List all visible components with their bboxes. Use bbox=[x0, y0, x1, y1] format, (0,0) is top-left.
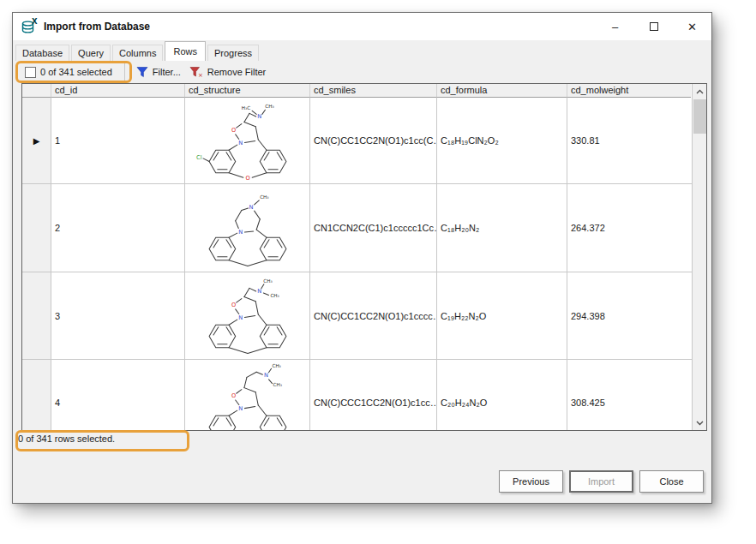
import-from-database-dialog: X Import from Database – ✕ Database Quer… bbox=[12, 12, 712, 504]
table-row: 2 N N CH₃ C bbox=[22, 184, 706, 272]
grid-header: cd_id cd_structure cd_smiles cd_formula … bbox=[22, 84, 706, 98]
close-button[interactable]: Close bbox=[639, 470, 704, 493]
cd-molweight-value: 330.81 bbox=[567, 135, 600, 146]
svg-text:H₃C: H₃C bbox=[241, 105, 249, 111]
cell-cd-molweight[interactable]: 264.372 bbox=[567, 184, 691, 272]
svg-text:O: O bbox=[231, 392, 236, 398]
tab-columns[interactable]: Columns bbox=[112, 45, 163, 61]
cd-molweight-value: 294.398 bbox=[567, 311, 605, 321]
cd-formula-value: C₁₈H₂₀N₂ bbox=[437, 223, 479, 233]
tab-label: Columns bbox=[119, 48, 156, 58]
rows-toolbar: 0 of 341 selected Filter... × Remove Fil… bbox=[13, 61, 711, 83]
cd-smiles-value: CN(C)CC1CC2N(O1)c1cc(C… bbox=[310, 135, 437, 146]
maximize-button[interactable] bbox=[634, 13, 673, 40]
svg-text:N: N bbox=[257, 113, 261, 120]
vertical-scrollbar[interactable] bbox=[692, 84, 706, 430]
row-selector-header[interactable] bbox=[22, 84, 51, 98]
svg-text:O: O bbox=[231, 302, 236, 308]
cell-cd-molweight[interactable]: 294.398 bbox=[567, 272, 691, 359]
remove-filter-button[interactable]: × Remove Filter bbox=[185, 63, 270, 81]
cell-cd-formula[interactable]: C₁₈H₂₀N₂ bbox=[437, 184, 567, 272]
minimize-button[interactable]: – bbox=[596, 13, 634, 40]
cell-cd-id[interactable]: 2 bbox=[51, 184, 185, 272]
status-text: 0 of 341 rows selected. bbox=[18, 433, 115, 444]
svg-text:×: × bbox=[198, 72, 203, 78]
window-title: Import from Database bbox=[44, 21, 150, 33]
scrollbar-thumb[interactable] bbox=[693, 99, 706, 134]
filter-button[interactable]: Filter... bbox=[132, 63, 185, 81]
chevron-down-icon bbox=[696, 421, 704, 426]
current-row-indicator-icon: ▶ bbox=[33, 136, 40, 146]
molecule-structure-drawing: O N O N CH₃ H₃C Cl bbox=[190, 99, 305, 183]
svg-text:N: N bbox=[249, 204, 253, 211]
cell-cd-structure[interactable]: N O N CH₃ CH₃ bbox=[185, 272, 310, 359]
column-header-cd-structure[interactable]: cd_structure bbox=[185, 84, 310, 98]
column-header-cd-formula[interactable]: cd_formula bbox=[437, 84, 567, 98]
select-all-checkbox[interactable] bbox=[25, 67, 36, 78]
tab-rows[interactable]: Rows bbox=[165, 41, 206, 61]
cd-id-value: 3 bbox=[51, 311, 60, 321]
cd-molweight-value: 308.425 bbox=[567, 398, 605, 408]
tab-progress[interactable]: Progress bbox=[207, 45, 259, 61]
column-header-cd-molweight[interactable]: cd_molweight bbox=[567, 84, 691, 98]
cell-cd-structure[interactable]: O N O N CH₃ H₃C Cl bbox=[185, 98, 310, 183]
molecule-structure-drawing: N O N CH₃ CH₃ bbox=[190, 273, 305, 358]
svg-text:N: N bbox=[263, 371, 267, 378]
tab-query[interactable]: Query bbox=[71, 45, 111, 61]
svg-text:CH₃: CH₃ bbox=[265, 104, 273, 109]
cd-id-value: 4 bbox=[51, 398, 60, 408]
scroll-up-button[interactable] bbox=[693, 84, 707, 99]
cell-cd-smiles[interactable]: CN(C)CC1CC2N(O1)c1cc(C… bbox=[310, 98, 437, 183]
svg-text:CH₃: CH₃ bbox=[263, 278, 272, 284]
filter-funnel-icon bbox=[136, 66, 148, 78]
toolbar-separator bbox=[124, 63, 125, 81]
row-selector-cell[interactable]: ▶ bbox=[22, 98, 51, 183]
cell-cd-id[interactable]: 3 bbox=[51, 272, 185, 359]
svg-text:N: N bbox=[257, 288, 261, 295]
close-icon: ✕ bbox=[687, 21, 697, 33]
column-header-cd-id[interactable]: cd_id bbox=[51, 84, 185, 98]
tab-label: Database bbox=[22, 48, 63, 58]
remove-filter-icon: × bbox=[189, 66, 203, 78]
cd-formula-value: C₁₈H₁₉ClN₂O₂ bbox=[437, 135, 499, 146]
table-row: 3 N O N CH₃ bbox=[22, 272, 706, 360]
cd-id-value: 2 bbox=[51, 223, 60, 233]
app-database-icon: X bbox=[21, 18, 38, 35]
row-selector-cell[interactable] bbox=[22, 360, 51, 431]
tab-database[interactable]: Database bbox=[15, 45, 69, 61]
cd-smiles-value: CN(C)CCC1CC2N(O1)c1cc… bbox=[310, 398, 437, 408]
close-window-button[interactable]: ✕ bbox=[673, 13, 711, 40]
tab-label: Progress bbox=[214, 48, 252, 58]
cell-cd-id[interactable]: 1 bbox=[51, 98, 185, 183]
table-row: ▶ 1 O N O bbox=[22, 98, 706, 184]
svg-text:O: O bbox=[245, 174, 249, 181]
scroll-down-button[interactable] bbox=[693, 415, 707, 430]
row-selector-cell[interactable] bbox=[22, 272, 51, 359]
cell-cd-structure[interactable]: N N CH₃ bbox=[185, 184, 310, 272]
column-header-cd-smiles[interactable]: cd_smiles bbox=[310, 84, 437, 98]
cell-cd-structure[interactable]: N O N CH₃ CH₃ bbox=[185, 360, 310, 431]
cell-cd-formula[interactable]: C₂₀H₂₄N₂O bbox=[437, 360, 567, 431]
cell-cd-smiles[interactable]: CN(C)CC1CC2N(O1)c1cccc… bbox=[310, 272, 437, 359]
tab-strip: Database Query Columns Rows Progress bbox=[15, 41, 261, 61]
titlebar: X Import from Database – ✕ bbox=[13, 13, 711, 40]
cell-cd-id[interactable]: 4 bbox=[51, 360, 185, 431]
cell-cd-molweight[interactable]: 330.81 bbox=[567, 98, 691, 183]
select-all-label: 0 of 341 selected bbox=[40, 67, 112, 77]
cell-cd-formula[interactable]: C₁₈H₁₉ClN₂O₂ bbox=[437, 98, 567, 183]
svg-text:CH₃: CH₃ bbox=[272, 363, 280, 368]
remove-filter-button-label: Remove Filter bbox=[207, 67, 266, 77]
cd-id-value: 1 bbox=[51, 135, 60, 146]
cell-cd-formula[interactable]: C₁₉H₂₂N₂O bbox=[437, 272, 567, 359]
cell-cd-smiles[interactable]: CN1CCN2C(C1)c1ccccc1Cc… bbox=[310, 184, 437, 272]
cell-cd-smiles[interactable]: CN(C)CCC1CC2N(O1)c1cc… bbox=[310, 360, 437, 431]
svg-text:Cl: Cl bbox=[196, 154, 202, 161]
import-button[interactable]: Import bbox=[569, 470, 633, 493]
previous-button[interactable]: Previous bbox=[499, 470, 563, 493]
cell-cd-molweight[interactable]: 308.425 bbox=[567, 360, 691, 431]
footer-button-bar: Previous Import Close bbox=[499, 470, 704, 493]
row-selector-cell[interactable] bbox=[22, 184, 51, 272]
svg-text:N: N bbox=[238, 404, 243, 411]
cd-formula-value: C₁₉H₂₂N₂O bbox=[437, 311, 486, 321]
maximize-icon bbox=[650, 22, 658, 31]
